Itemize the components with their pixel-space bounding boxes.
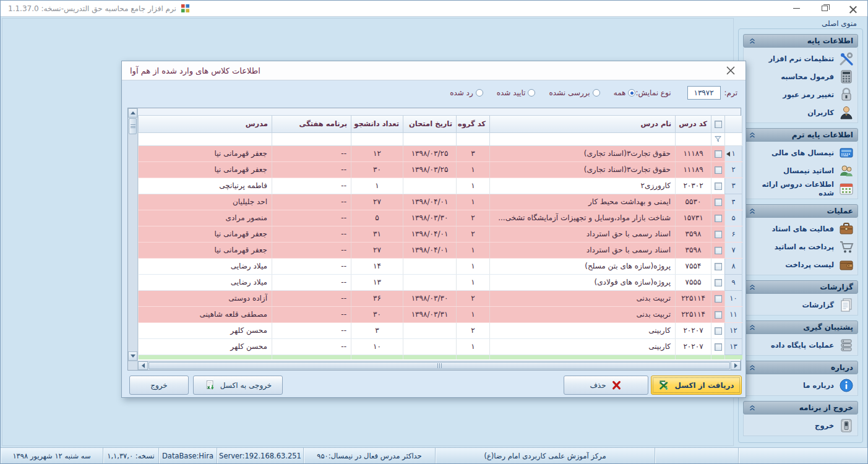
column-header[interactable]: نام درس <box>490 116 676 132</box>
column-header[interactable]: مدرس <box>139 116 272 132</box>
class-row[interactable]: ۸۷۵۵۴پروژه(سازه های بتن مسلح)۱۱۴--میلاد … <box>139 258 742 274</box>
maximize-button[interactable] <box>810 1 839 16</box>
view-filter-radio[interactable]: تایید شده <box>497 88 536 97</box>
class-row[interactable]: ۱۰۲۲۵۱۱۴تربیت بدنی۲۱۳۹۸/۰۳/۳۰۳۶--آزاده د… <box>139 290 742 306</box>
sidebar-item[interactable]: لیست پرداخت <box>746 256 854 273</box>
filter-cell[interactable] <box>457 132 490 145</box>
minimize-button[interactable] <box>782 1 810 16</box>
row-checkbox[interactable] <box>715 166 722 174</box>
row-checkbox[interactable] <box>715 215 722 222</box>
filter-cell[interactable] <box>676 132 711 145</box>
filter-cell[interactable] <box>272 132 351 145</box>
vertical-scrollbar[interactable] <box>128 108 138 370</box>
filter-cell[interactable] <box>351 132 403 145</box>
import-button-label: دریافت از اکسل <box>674 381 734 390</box>
row-checkbox[interactable] <box>715 311 722 319</box>
sidebar-item[interactable]: عملیات پایگاه داده <box>746 336 854 354</box>
column-header[interactable]: تعداد دانشجو <box>351 116 403 132</box>
term-input[interactable] <box>687 86 721 100</box>
weekly-schedule-cell: -- <box>272 145 351 161</box>
section-header[interactable]: عملیات <box>743 204 858 218</box>
row-check-cell <box>711 178 725 194</box>
sidebar-item[interactable]: فعالیت های استاد <box>746 220 854 238</box>
class-row[interactable]: ۱۲۲۰۲۰۷کاربینی۲۳--محسن کلهر <box>139 322 742 338</box>
view-filter-radio[interactable]: رد شده <box>450 88 483 97</box>
row-checkbox[interactable] <box>715 263 722 270</box>
instructor-cell: جعفر قهرمانی نیا <box>139 145 272 161</box>
sidebar-item[interactable]: گزارشات <box>746 296 854 314</box>
row-checkbox[interactable] <box>715 247 722 254</box>
scroll-right-button[interactable] <box>731 361 741 370</box>
filter-funnel-cell[interactable] <box>711 132 725 145</box>
section-header[interactable]: پشتیبان گیری <box>743 320 858 334</box>
row-checkbox[interactable] <box>715 343 722 351</box>
section-header[interactable]: درباره <box>743 361 858 374</box>
filter-cell[interactable] <box>490 132 676 145</box>
exit-button[interactable]: خروج <box>129 376 189 395</box>
class-row[interactable]: ۴۵۵۳۰ایمنی و بهداشت محیط کار۱۱۳۹۸/۰۴/۰۱۲… <box>139 194 742 210</box>
sidebar-section-7: خروج از برنامهخروج <box>743 401 858 436</box>
class-row[interactable]: ۹۷۵۵۵پروژه(سازه های فولادی)۱۱۳--میلاد رض… <box>139 274 742 290</box>
scroll-left-button[interactable] <box>138 361 148 370</box>
filter-cell[interactable] <box>139 132 272 145</box>
filter-cell[interactable] <box>403 132 457 145</box>
import-from-excel-button[interactable]: دریافت از اکسل <box>651 376 742 395</box>
column-header[interactable]: برنامه هفتگی <box>272 116 351 132</box>
sidebar-item[interactable]: خروج <box>746 416 854 434</box>
export-to-excel-button[interactable]: خروجی به اکسل <box>193 376 283 395</box>
view-filter-radio[interactable]: همه <box>614 88 636 97</box>
section-header[interactable]: اطلاعات پایه <box>743 34 858 48</box>
row-checkbox[interactable] <box>715 231 722 238</box>
select-all-checkbox[interactable] <box>715 121 722 128</box>
close-button[interactable] <box>839 1 867 16</box>
vertical-scroll-track[interactable] <box>128 135 137 351</box>
arrow-left-icon <box>142 363 145 368</box>
scroll-down-button[interactable] <box>128 351 137 361</box>
class-row[interactable]: ۱۱۱۱۸۹حقوق تجارت۳(اسناد تجاری)۳۱۳۹۸/۰۳/۲… <box>139 145 742 161</box>
row-checkbox[interactable] <box>715 295 722 303</box>
class-row[interactable]: ۱۳۲۰۲۰۷کاربینی۱۱۰--محسن کلهر <box>139 338 742 354</box>
class-row[interactable]: ۶۳۵۹۸اسناد رسمی با حق استرداد۲۱۳۹۸/۰۴/۰۱… <box>139 226 742 242</box>
horizontal-scroll-thumb[interactable] <box>148 362 730 369</box>
instructor-cell: میلاد رضایی <box>139 258 272 274</box>
sidebar-item[interactable]: تغییر رمز عبور <box>746 85 854 103</box>
horizontal-scrollbar[interactable] <box>138 361 741 370</box>
sidebar-item[interactable]: پرداخت به اساتید <box>746 238 854 256</box>
section-title: اطلاعات پایه <box>807 37 853 45</box>
dialog-titlebar[interactable]: اطلاعات کلاس های وارد شده از هم آوا <box>122 61 746 80</box>
class-row[interactable]: ۱۱۲۲۵۱۱۴تربیت بدنی۱۱۳۹۸/۰۳/۳۱۳۰--مصطفی ق… <box>139 306 742 322</box>
sidebar-item[interactable]: تنظیمات نرم افزار <box>746 49 854 67</box>
class-row[interactable]: ۵۱۵۷۳۱شناخت بازار مواد،وسایل و تجهیزات آ… <box>139 210 742 226</box>
column-header[interactable]: کد گروه <box>457 116 490 132</box>
section-header[interactable]: گزارشات <box>743 280 858 294</box>
column-header[interactable]: کد درس <box>676 116 711 132</box>
vertical-scroll-thumb[interactable] <box>129 118 137 134</box>
dialog-title: اطلاعات کلاس های وارد شده از هم آوا <box>130 66 260 75</box>
sidebar-item[interactable]: کاربران <box>746 103 854 121</box>
row-checkbox[interactable] <box>715 279 722 286</box>
row-number: ۱ <box>725 145 742 161</box>
sidebar-item[interactable]: فرمول محاسبه <box>746 67 854 85</box>
view-filter-radio[interactable]: بررسی نشده <box>549 88 599 97</box>
row-checkbox[interactable] <box>715 199 722 206</box>
delete-button[interactable]: حذف <box>564 376 648 395</box>
dialog-body: ترم: نوع نمایش: همهبررسی نشدهتایید شدهرد… <box>122 80 746 397</box>
window-titlebar[interactable]: نرم افزار جامع محاسبه حق التدريس-نسخه: 1… <box>1 1 867 17</box>
class-row[interactable]: ۷۳۵۹۸اسناد رسمی با حق استرداد۱۱۳۹۸/۰۴/۰۱… <box>139 242 742 258</box>
row-checkbox[interactable] <box>715 183 722 190</box>
sidebar-item[interactable]: اساتید نیمسال <box>746 161 854 179</box>
row-checkbox[interactable] <box>715 150 722 158</box>
select-all-header[interactable] <box>711 116 725 132</box>
class-row[interactable]: ۳۲۰۳۰۲کارورزی۲۱۱--فاطمه پرنیانچی <box>139 178 742 194</box>
column-header[interactable]: تاریخ امتحان <box>403 116 457 132</box>
row-checkbox[interactable] <box>715 327 722 335</box>
sidebar-item[interactable]: اطلاعات دروس ارائه شده <box>746 179 854 197</box>
instructor-cell: فاطمه پرنیانچی <box>139 178 272 194</box>
section-header[interactable]: اطلاعات پایه ترم <box>743 128 858 142</box>
sidebar-item[interactable]: نیمسال های مالی <box>746 144 854 161</box>
sidebar-item[interactable]: درباره ما <box>746 376 854 394</box>
dialog-close-icon[interactable] <box>724 64 737 77</box>
class-row[interactable]: ۲۱۱۱۸۹حقوق تجارت۳(اسناد تجاری)۱۱۳۹۸/۰۳/۲… <box>139 161 742 178</box>
scroll-up-button[interactable] <box>128 108 137 118</box>
section-header[interactable]: خروج از برنامه <box>743 401 858 415</box>
